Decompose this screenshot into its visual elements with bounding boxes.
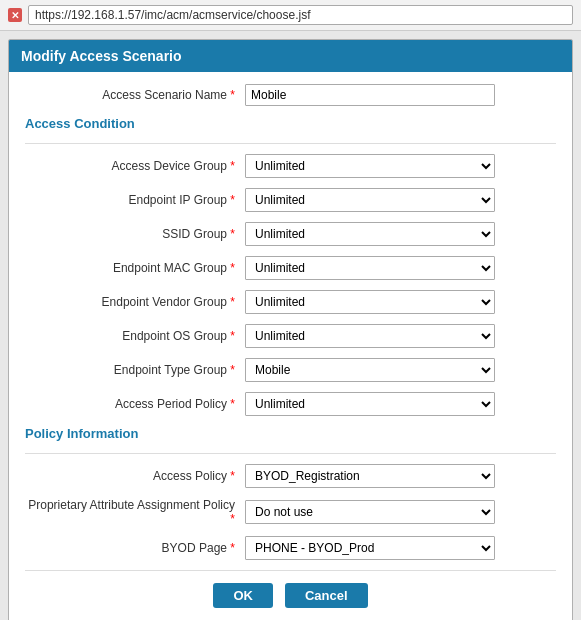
byod-page-select[interactable]: PHONE - BYOD_Prod xyxy=(245,536,495,560)
access-device-group-row: Access Device Group * Unlimited xyxy=(25,154,556,178)
section-divider-2 xyxy=(25,453,556,454)
endpoint-ip-group-select[interactable]: Unlimited xyxy=(245,188,495,212)
access-period-policy-select[interactable]: Unlimited xyxy=(245,392,495,416)
policy-information-section: Policy Information Access Policy * BYOD_… xyxy=(25,426,556,560)
modal-header: Modify Access Scenario xyxy=(9,40,572,72)
endpoint-vendor-group-row: Endpoint Vendor Group * Unlimited xyxy=(25,290,556,314)
endpoint-mac-group-select[interactable]: Unlimited xyxy=(245,256,495,280)
modal-title: Modify Access Scenario xyxy=(21,48,182,64)
url-bar[interactable]: https://192.168.1.57/imc/acm/acmservice/… xyxy=(28,5,573,25)
ssid-group-select[interactable]: Unlimited xyxy=(245,222,495,246)
endpoint-type-group-select[interactable]: Mobile xyxy=(245,358,495,382)
proprietary-attr-label: Proprietary Attribute Assignment Policy … xyxy=(25,498,245,526)
access-policy-select[interactable]: BYOD_Registration xyxy=(245,464,495,488)
byod-page-row: BYOD Page * PHONE - BYOD_Prod xyxy=(25,536,556,560)
access-period-policy-row: Access Period Policy * Unlimited xyxy=(25,392,556,416)
endpoint-ip-group-row: Endpoint IP Group * Unlimited xyxy=(25,188,556,212)
endpoint-os-group-row: Endpoint OS Group * Unlimited xyxy=(25,324,556,348)
proprietary-attr-row: Proprietary Attribute Assignment Policy … xyxy=(25,498,556,526)
access-period-policy-label: Access Period Policy * xyxy=(25,397,245,411)
access-device-group-label: Access Device Group * xyxy=(25,159,245,173)
policy-information-title: Policy Information xyxy=(25,426,556,445)
access-policy-label: Access Policy * xyxy=(25,469,245,483)
access-condition-title: Access Condition xyxy=(25,116,556,135)
access-scenario-name-input[interactable] xyxy=(245,84,495,106)
endpoint-os-group-label: Endpoint OS Group * xyxy=(25,329,245,343)
access-scenario-name-row: Access Scenario Name * xyxy=(25,84,556,106)
modal: Modify Access Scenario Access Scenario N… xyxy=(8,39,573,620)
access-policy-row: Access Policy * BYOD_Registration xyxy=(25,464,556,488)
ssid-group-label: SSID Group * xyxy=(25,227,245,241)
endpoint-mac-group-row: Endpoint MAC Group * Unlimited xyxy=(25,256,556,280)
proprietary-attr-select[interactable]: Do not use xyxy=(245,500,495,524)
endpoint-mac-group-label: Endpoint MAC Group * xyxy=(25,261,245,275)
byod-page-label: BYOD Page * xyxy=(25,541,245,555)
endpoint-os-group-select[interactable]: Unlimited xyxy=(245,324,495,348)
endpoint-ip-group-label: Endpoint IP Group * xyxy=(25,193,245,207)
access-device-group-select[interactable]: Unlimited xyxy=(245,154,495,178)
access-condition-section: Access Condition Access Device Group * U… xyxy=(25,116,556,416)
endpoint-type-group-row: Endpoint Type Group * Mobile xyxy=(25,358,556,382)
modal-body: Access Scenario Name * Access Condition … xyxy=(9,72,572,620)
browser-bar: ✕ https://192.168.1.57/imc/acm/acmservic… xyxy=(0,0,581,31)
ok-button[interactable]: OK xyxy=(213,583,273,608)
endpoint-vendor-group-select[interactable]: Unlimited xyxy=(245,290,495,314)
access-scenario-name-label: Access Scenario Name * xyxy=(25,88,245,102)
ssid-group-row: SSID Group * Unlimited xyxy=(25,222,556,246)
cancel-button[interactable]: Cancel xyxy=(285,583,368,608)
endpoint-vendor-group-label: Endpoint Vendor Group * xyxy=(25,295,245,309)
button-row: OK Cancel xyxy=(25,570,556,616)
close-icon[interactable]: ✕ xyxy=(8,8,22,22)
endpoint-type-group-label: Endpoint Type Group * xyxy=(25,363,245,377)
section-divider-1 xyxy=(25,143,556,144)
